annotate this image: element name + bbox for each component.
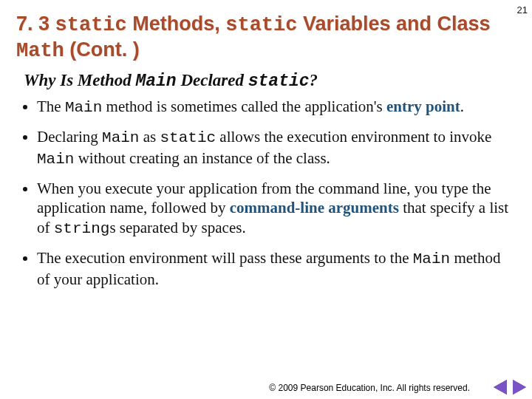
subhead-text: Why Is Method <box>24 71 135 89</box>
title-text: Variables and Class <box>297 13 490 35</box>
copyright-footer: © 2009 Pearson Education, Inc. All right… <box>269 383 470 393</box>
code-main: Main <box>102 129 139 146</box>
bullet-text: . <box>460 98 464 115</box>
prev-slide-icon[interactable] <box>494 380 507 395</box>
bullet-text: The <box>37 98 65 115</box>
bullet-text: Declaring <box>37 128 102 146</box>
bullet-list: The Main method is sometimes called the … <box>37 97 516 290</box>
page-number: 21 <box>517 4 528 16</box>
title-text: (Cont. ) <box>64 38 140 61</box>
code-main: Main <box>65 99 102 116</box>
code-main: Main <box>37 151 74 168</box>
list-item: When you execute your application from t… <box>37 179 516 240</box>
term-entry-point: entry point <box>386 98 460 115</box>
subhead-text: ? <box>310 71 318 89</box>
slide-body: 7. 3 static Methods, static Variables an… <box>0 0 532 290</box>
bullet-text: allows the execution environment to invo… <box>216 128 491 146</box>
list-item: The Main method is sometimes called the … <box>37 97 516 118</box>
code-main: Main <box>413 250 450 267</box>
code-string: string <box>54 220 110 237</box>
bullet-text: The execution environment will pass thes… <box>37 249 413 267</box>
title-keyword-math: Math <box>16 40 64 62</box>
subhead-keyword-main: Main <box>135 72 176 91</box>
next-slide-icon[interactable] <box>513 380 526 395</box>
section-subheading: Why Is Method Main Declared static? <box>24 71 516 91</box>
title-text: Methods, <box>127 13 226 35</box>
list-item: The execution environment will pass thes… <box>37 248 516 290</box>
subhead-keyword-static: static <box>248 72 310 91</box>
copyright-symbol: © <box>269 383 276 393</box>
slide-nav <box>494 380 526 395</box>
subhead-text: Declared <box>177 71 248 89</box>
bullet-text: method is sometimes called the applicati… <box>102 98 386 115</box>
title-keyword-static-2: static <box>225 14 297 36</box>
title-text: 7. 3 <box>16 13 55 35</box>
title-keyword-static-1: static <box>55 14 127 36</box>
bullet-text: without creating an instance of the clas… <box>74 149 330 167</box>
slide-title: 7. 3 static Methods, static Variables an… <box>16 12 516 64</box>
list-item: Declaring Main as static allows the exec… <box>37 127 516 170</box>
bullet-text: s separated by spaces. <box>109 219 245 236</box>
bullet-text: as <box>139 128 160 146</box>
code-static: static <box>160 129 216 146</box>
copyright-text: 2009 Pearson Education, Inc. All rights … <box>276 383 470 393</box>
term-command-line-arguments: command-line arguments <box>230 199 399 216</box>
